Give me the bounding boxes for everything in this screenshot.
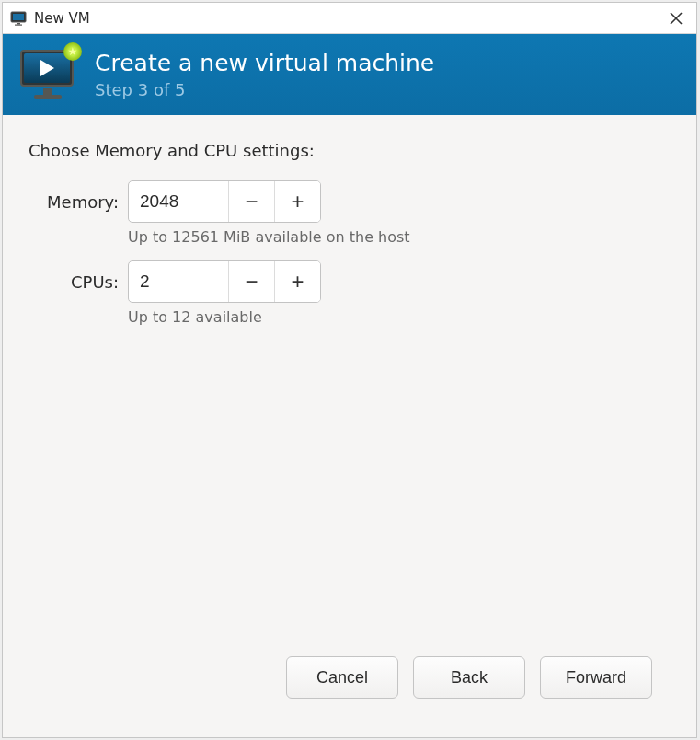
wizard-footer: Cancel Back Forward (29, 640, 671, 721)
vm-monitor-icon (19, 48, 78, 101)
memory-row: Memory: − + (29, 180, 671, 223)
titlebar: New VM (3, 3, 696, 34)
cpus-spinner: − + (128, 260, 321, 303)
section-heading: Choose Memory and CPU settings: (29, 141, 671, 160)
minus-icon: − (245, 269, 258, 295)
back-button[interactable]: Back (413, 656, 525, 699)
cpus-increment-button[interactable]: + (274, 261, 320, 302)
minus-icon: − (245, 189, 258, 214)
cpus-input[interactable] (129, 261, 228, 302)
forward-button[interactable]: Forward (540, 656, 652, 699)
cpus-row: CPUs: − + (29, 260, 671, 303)
cancel-button[interactable]: Cancel (286, 656, 398, 699)
memory-label: Memory: (29, 192, 119, 212)
window-title: New VM (34, 10, 663, 27)
memory-increment-button[interactable]: + (274, 181, 320, 222)
cpus-hint: Up to 12 available (128, 308, 262, 326)
close-button[interactable] (663, 6, 689, 31)
svg-rect-3 (15, 24, 22, 25)
close-icon (670, 12, 683, 25)
wizard-banner: Create a new virtual machine Step 3 of 5 (3, 34, 696, 115)
svg-rect-2 (17, 23, 20, 25)
content-area: Choose Memory and CPU settings: Memory: … (3, 115, 696, 737)
memory-input[interactable] (129, 181, 228, 222)
memory-decrement-button[interactable]: − (228, 181, 274, 222)
banner-title: Create a new virtual machine (95, 50, 434, 76)
memory-hint: Up to 12561 MiB available on the host (128, 228, 410, 246)
memory-hint-row: Up to 12561 MiB available on the host (29, 228, 671, 246)
svg-rect-1 (13, 14, 24, 20)
cpus-decrement-button[interactable]: − (228, 261, 274, 302)
memory-spinner: − + (128, 180, 321, 223)
window-new-vm: New VM Create a new virtual machine Step… (2, 2, 697, 738)
banner-step: Step 3 of 5 (95, 80, 434, 99)
app-icon (10, 11, 29, 26)
banner-text: Create a new virtual machine Step 3 of 5 (95, 50, 434, 99)
plus-icon: + (291, 269, 304, 295)
plus-icon: + (291, 189, 304, 214)
cpus-label: CPUs: (29, 272, 119, 292)
cpus-hint-row: Up to 12 available (29, 308, 671, 326)
